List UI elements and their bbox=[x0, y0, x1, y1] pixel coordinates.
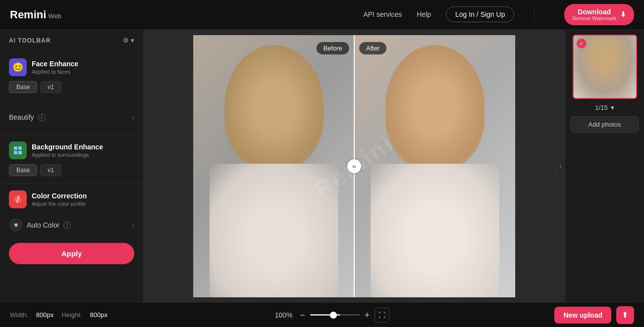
image-after bbox=[354, 35, 515, 297]
label-before: Before bbox=[317, 42, 349, 54]
zoom-out-button[interactable]: − bbox=[300, 311, 305, 320]
tool-face-enhance: 😊 Face Enhance Applied to faces Base v1 bbox=[0, 51, 143, 100]
logo-subtitle: Web bbox=[48, 12, 61, 20]
new-upload-button[interactable]: New upload bbox=[554, 307, 611, 324]
image-compare: Remini Before After ‹› bbox=[193, 35, 515, 297]
tool-face-header: 😊 Face Enhance Applied to faces bbox=[9, 58, 134, 76]
color-header: Color Correction Adjust the color profil… bbox=[9, 190, 134, 208]
upload-icon-button[interactable]: ⬆ bbox=[616, 306, 634, 324]
beautify-row[interactable]: Beautify i › bbox=[9, 107, 134, 127]
sidebar-header: AI TOOLBAR ⚙ ▾ bbox=[0, 30, 143, 51]
gear-chevron: ▾ bbox=[131, 37, 134, 44]
svg-rect-2 bbox=[14, 151, 17, 154]
add-photos-button[interactable]: Add photos bbox=[570, 116, 639, 133]
sidebar: AI TOOLBAR ⚙ ▾ 😊 Face Enhance Applied to… bbox=[0, 30, 144, 302]
zoom-percentage: 100% bbox=[272, 311, 295, 319]
photo-count-value: 1/15 bbox=[595, 104, 607, 111]
selected-thumbnail[interactable]: ✓ bbox=[573, 35, 637, 99]
face-enhance-name: Face Enhance bbox=[32, 60, 134, 68]
collapse-panel-button[interactable]: › bbox=[555, 156, 565, 176]
color-correction-name: Color Correction bbox=[32, 192, 134, 200]
bg-v1-button[interactable]: v1 bbox=[40, 164, 61, 176]
face-v1-button[interactable]: v1 bbox=[40, 81, 61, 93]
face-enhance-buttons: Base v1 bbox=[9, 81, 134, 93]
image-dimensions: Width: 800px Height: 800px bbox=[10, 311, 107, 319]
svg-rect-0 bbox=[14, 146, 17, 150]
bg-base-button[interactable]: Base bbox=[9, 164, 37, 176]
face-enhance-icon: 😊 bbox=[9, 58, 27, 76]
photo-count: 1/15 ▾ bbox=[595, 104, 614, 111]
upload-icon: ⬆ bbox=[622, 310, 628, 320]
tool-beautify: Beautify i › bbox=[0, 100, 143, 135]
auto-color-left: ☀ Auto Color i bbox=[9, 218, 71, 232]
image-before bbox=[193, 35, 354, 297]
beautify-info-icon[interactable]: i bbox=[38, 114, 46, 121]
nav-api-services[interactable]: API services bbox=[363, 10, 402, 18]
zoom-in-button[interactable]: + bbox=[365, 311, 370, 320]
thumbnail-check-icon: ✓ bbox=[577, 39, 587, 48]
tool-bg-enhance: Background Enhance Applied to surroundin… bbox=[0, 135, 143, 184]
beautify-label: Beautify bbox=[9, 113, 34, 121]
bg-enhance-header: Background Enhance Applied to surroundin… bbox=[9, 141, 134, 159]
download-sub: Remove Watermark bbox=[572, 16, 616, 21]
header-divider bbox=[534, 7, 535, 22]
color-icon bbox=[9, 190, 27, 208]
right-panel: ✓ 1/15 ▾ Add photos › bbox=[565, 30, 644, 302]
beautify-left: Beautify i bbox=[9, 113, 46, 121]
fullscreen-button[interactable]: ⛶ bbox=[375, 308, 389, 323]
main-layout: AI TOOLBAR ⚙ ▾ 😊 Face Enhance Applied to… bbox=[0, 30, 644, 302]
auto-color-chevron: › bbox=[132, 221, 134, 229]
header-nav: API services Help Log In / Sign Up Downl… bbox=[363, 4, 634, 25]
height-label: Height: bbox=[61, 311, 82, 319]
fullscreen-icon: ⛶ bbox=[378, 311, 385, 319]
header: Remini Web API services Help Log In / Si… bbox=[0, 0, 644, 30]
zoom-controls: 100% − + ⛶ bbox=[272, 308, 389, 323]
sidebar-title: AI TOOLBAR bbox=[9, 37, 51, 44]
width-label: Width: bbox=[10, 311, 28, 319]
auto-color-label: Auto Color bbox=[27, 221, 59, 229]
height-value: 800px bbox=[90, 311, 107, 319]
apply-button[interactable]: Apply bbox=[9, 243, 134, 264]
svg-rect-3 bbox=[18, 151, 22, 154]
face-enhance-info: Face Enhance Applied to faces bbox=[32, 60, 134, 75]
bg-enhance-desc: Applied to surroundings bbox=[32, 152, 134, 158]
auto-color-info-icon[interactable]: i bbox=[63, 222, 71, 229]
download-icon: ⬇ bbox=[620, 10, 626, 18]
bg-enhance-icon bbox=[9, 141, 27, 159]
split-handle[interactable]: ‹› bbox=[347, 159, 361, 173]
download-label: Download bbox=[578, 8, 611, 16]
logo-name: Remini bbox=[10, 8, 46, 21]
download-button[interactable]: Download Remove Watermark ⬇ bbox=[564, 4, 634, 25]
beautify-chevron: › bbox=[132, 113, 134, 121]
color-info: Color Correction Adjust the color profil… bbox=[32, 192, 134, 207]
auto-color-row: ☀ Auto Color i › bbox=[9, 213, 134, 237]
tool-color-correction: Color Correction Adjust the color profil… bbox=[0, 184, 143, 302]
zoom-slider[interactable] bbox=[310, 314, 360, 316]
color-correction-desc: Adjust the color profile bbox=[32, 201, 134, 207]
bg-enhance-name: Background Enhance bbox=[32, 143, 134, 151]
auto-color-icon: ☀ bbox=[9, 218, 23, 232]
label-after: After bbox=[359, 42, 386, 54]
bottom-bar: Width: 800px Height: 800px 100% − + ⛶ Ne… bbox=[0, 302, 644, 327]
face-enhance-desc: Applied to faces bbox=[32, 69, 134, 75]
face-base-button[interactable]: Base bbox=[9, 81, 37, 93]
svg-rect-1 bbox=[18, 146, 22, 150]
gear-icon: ⚙ bbox=[123, 37, 129, 44]
gear-button[interactable]: ⚙ ▾ bbox=[123, 37, 134, 44]
photo-count-chevron: ▾ bbox=[611, 104, 614, 111]
login-button[interactable]: Log In / Sign Up bbox=[446, 6, 514, 22]
new-upload-area: New upload ⬆ bbox=[554, 306, 634, 324]
logo: Remini Web bbox=[10, 8, 363, 21]
bg-enhance-info: Background Enhance Applied to surroundin… bbox=[32, 143, 134, 158]
width-value: 800px bbox=[36, 311, 54, 319]
canvas-area: Remini Before After ‹› bbox=[144, 30, 565, 302]
nav-help[interactable]: Help bbox=[417, 10, 431, 18]
bg-enhance-buttons: Base v1 bbox=[9, 164, 134, 176]
